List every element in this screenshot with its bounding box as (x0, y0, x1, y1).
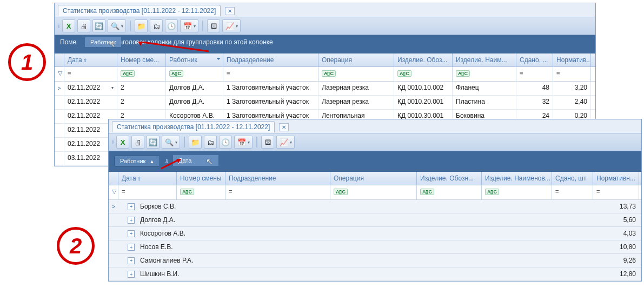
group-panel[interactable]: Работник ▲ ⇩ Дата ↖ (109, 151, 641, 172)
docs-button[interactable]: 🗂 (204, 136, 217, 149)
filter-date[interactable]: = (64, 67, 117, 81)
filter-indicator: ▽ (55, 67, 64, 81)
expand-button[interactable]: + (128, 244, 135, 251)
filter-norm[interactable]: = (593, 185, 639, 199)
group-row[interactable]: >+Борков С.В.13,73 (109, 200, 641, 213)
refresh-button[interactable]: 🔄 (147, 136, 160, 149)
tab-stats[interactable]: Статистика производства [01.11.2022 - 12… (58, 5, 221, 16)
header-op[interactable]: Операция (330, 172, 417, 185)
filter-shift[interactable]: A▯C (117, 67, 166, 81)
header-done[interactable]: Сдано, ... (516, 53, 553, 66)
group-row[interactable]: +Шишкин В.И.12,80 (109, 267, 641, 281)
calendar-button[interactable]: 📅 (234, 136, 253, 149)
header-norm[interactable]: Норматив... (553, 53, 591, 66)
group-row[interactable]: +Косоротов А.В.4,03 (109, 227, 641, 240)
filter-prodname[interactable]: A▯C (453, 67, 516, 81)
refresh-button[interactable]: 🔄 (92, 19, 105, 32)
header-prodcode[interactable]: Изделие. Обозн... (417, 172, 482, 185)
filter-prodcode[interactable]: A▯C (394, 67, 453, 81)
calendar-icon: 📅 (237, 138, 246, 146)
table-row[interactable]: >02.11.2022▾2Долгов Д.А.1 Заготовительны… (55, 82, 595, 96)
print-icon: 🖨 (81, 22, 88, 30)
group-row[interactable]: +Носов Е.В.10,80 (109, 240, 641, 254)
header-dept[interactable]: Подразделение (223, 53, 318, 66)
refresh-icon: 🔄 (95, 22, 103, 30)
table-row[interactable]: 02.11.20222Долгов Д.А.1 Заготовительный … (55, 96, 595, 110)
docs-button[interactable]: 🗂 (150, 19, 163, 32)
header-shift[interactable]: Номер смены (177, 172, 225, 185)
filter-prodname[interactable]: A▯C (482, 185, 552, 199)
anchor-icon: ⇧ (137, 176, 142, 182)
clock-button[interactable]: 🕓 (165, 19, 178, 32)
filter-op[interactable]: A▯C (318, 67, 394, 81)
group-panel[interactable]: Поме Работник аголовок колонки для групп… (55, 35, 595, 53)
group-row[interactable]: +Самонгалиев Р.А.9,26 (109, 254, 641, 267)
toolbar: ⁞ X 🖨 🔄 🔍 📁 🗂 🕓 📅 ⚄ 📈 (55, 17, 595, 35)
expand-button[interactable]: + (128, 203, 135, 210)
cell-shift: 2 (117, 96, 166, 109)
tab-close-button[interactable]: ✕ (279, 123, 289, 131)
filter-done[interactable]: = (516, 67, 553, 81)
folder-button[interactable]: 📁 (189, 136, 202, 149)
header-dept[interactable]: Подразделение (225, 172, 330, 185)
dots-button[interactable]: ⚄ (207, 19, 220, 32)
chart-button[interactable]: 📈 (222, 19, 241, 32)
excel-button[interactable]: X (62, 19, 75, 32)
folder-button[interactable]: 📁 (135, 19, 148, 32)
filter-norm[interactable]: = (553, 67, 591, 81)
filter-dept[interactable]: = (225, 185, 330, 199)
header-prodname[interactable]: Изделие. Наименов... (482, 172, 552, 185)
calendar-button[interactable]: 📅 (180, 19, 198, 32)
folder-icon: 📁 (191, 138, 200, 146)
header-indicator (55, 53, 64, 66)
expand-button[interactable]: + (128, 257, 135, 264)
header-prodcode[interactable]: Изделие. Обоз... (394, 53, 453, 66)
header-date[interactable]: Дата⇧ (118, 172, 177, 185)
header-worker[interactable]: Работник⏷ (166, 53, 223, 66)
header-norm[interactable]: Нормативн... (593, 172, 639, 185)
filter-done[interactable]: = (552, 185, 593, 199)
header-done[interactable]: Сдано, шт (552, 172, 593, 185)
chart-button[interactable]: 📈 (276, 136, 295, 149)
filter-dept[interactable]: = (223, 67, 318, 81)
expand-button[interactable]: + (128, 217, 135, 224)
tab-close-button[interactable]: ✕ (225, 7, 235, 15)
filter-prodcode[interactable]: A▯C (417, 185, 482, 199)
dots-button[interactable]: ⚄ (261, 136, 274, 149)
print-button[interactable]: 🖨 (77, 19, 90, 32)
group-sum-norm: 9,26 (623, 257, 641, 264)
filter-date[interactable]: = (118, 185, 177, 199)
print-button[interactable]: 🖨 (131, 136, 144, 149)
group-chip-worker[interactable]: Работник ▲ (114, 156, 160, 166)
cell-date[interactable]: 02.11.2022▾ (64, 82, 117, 95)
folder-icon: 📁 (137, 22, 145, 30)
excel-button[interactable]: X (116, 136, 129, 149)
cell-op: Лазерная резка (318, 82, 394, 95)
header-prodname[interactable]: Изделие. Наим... (453, 53, 516, 66)
group-label: Самонгалиев Р.А. (138, 257, 623, 264)
row-indicator (109, 218, 118, 222)
group-indent: + (118, 271, 138, 278)
tab-bar: Статистика производства [01.11.2022 - 12… (55, 3, 595, 17)
group-row[interactable]: +Долгов Д.А.5,60 (109, 213, 641, 227)
print-icon: 🖨 (135, 138, 142, 146)
filter-op[interactable]: A▯C (330, 185, 417, 199)
expand-button[interactable]: + (128, 230, 135, 237)
search-button[interactable]: 🔍 (108, 19, 126, 32)
drag-ghost-worker: Работник (84, 37, 122, 48)
header-op[interactable]: Операция (318, 53, 394, 66)
filter-worker[interactable]: A▯C (166, 67, 223, 81)
header-shift[interactable]: Номер сме... (117, 53, 166, 66)
clock-button[interactable]: 🕓 (219, 136, 232, 149)
search-icon: 🔍 (111, 22, 119, 30)
expand-button[interactable]: + (128, 271, 135, 278)
filter-icon[interactable]: ⏷ (216, 56, 221, 62)
tab-stats[interactable]: Статистика производства [01.11.2022 - 12… (112, 121, 275, 132)
group-label: Борков С.В. (138, 203, 620, 210)
sort-asc-icon: ▲ (149, 159, 154, 164)
search-button[interactable]: 🔍 (162, 136, 180, 149)
dropdown-icon[interactable]: ▾ (111, 85, 114, 90)
header-date[interactable]: Дата⇧ (64, 53, 117, 66)
filter-shift[interactable]: A▯C (177, 185, 225, 199)
cell-date[interactable]: 02.11.2022 (64, 96, 117, 109)
